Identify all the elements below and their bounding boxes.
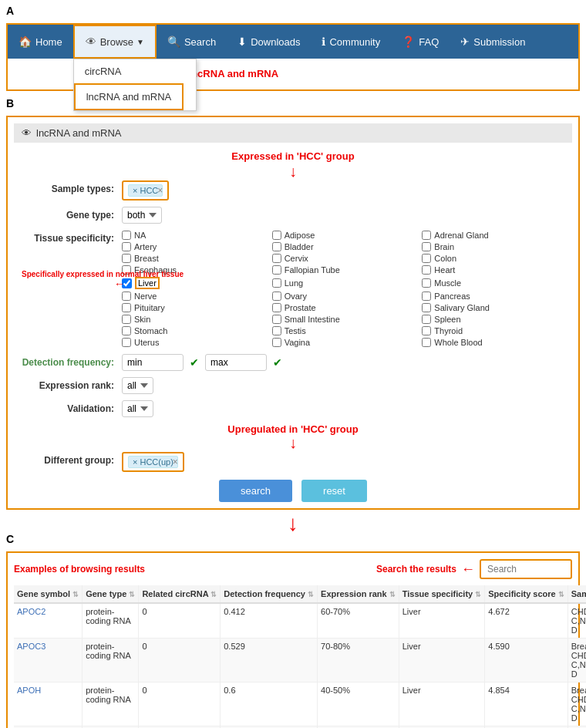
col-related-circrna[interactable]: Related circRNA ⇅ — [139, 585, 221, 603]
col-expression-rank[interactable]: Expression rank ⇅ — [318, 585, 399, 603]
tissue-pituitary[interactable]: Pituitary — [122, 302, 272, 313]
col-specificity-score[interactable]: Specificity score ⇅ — [485, 585, 568, 603]
tissue-small-intestine[interactable]: Small Intestine — [272, 314, 423, 325]
col-gene-symbol[interactable]: Gene symbol ⇅ — [14, 585, 83, 603]
diff-group-control[interactable]: × HCC(up) × — [122, 452, 572, 472]
tissue-na[interactable]: NA — [122, 230, 272, 241]
nav-search[interactable]: 🔍 Search — [157, 25, 227, 59]
browse-button[interactable]: 👁 Browse ▼ — [73, 25, 157, 59]
tissue-bladder-check[interactable] — [272, 242, 281, 251]
tissue-vagina-check[interactable] — [272, 338, 281, 347]
cell-gene-symbol[interactable]: APOH — [14, 682, 83, 726]
tissue-adrenal[interactable]: Adrenal Gland — [422, 230, 572, 241]
tissue-breast[interactable]: Breast — [122, 253, 272, 264]
tissue-spleen-check[interactable] — [422, 315, 431, 324]
tissue-heart-check[interactable] — [422, 265, 431, 275]
tissue-adipose[interactable]: Adipose — [272, 230, 423, 241]
tissue-salivary[interactable]: Salivary Gland — [422, 302, 572, 313]
col-tissue-specificity[interactable]: Tissue specificity ⇅ — [399, 585, 485, 603]
results-search-input[interactable] — [480, 559, 572, 579]
expression-rank-select[interactable]: all — [122, 377, 153, 394]
tissue-pituitary-check[interactable] — [122, 303, 131, 312]
search-button[interactable]: search — [219, 480, 292, 502]
diff-group-tag-input[interactable]: × HCC(up) × — [122, 452, 184, 472]
tissue-fallopian[interactable]: Fallopian Tube — [272, 265, 423, 275]
validation-select[interactable]: all — [122, 400, 153, 417]
col-gene-type[interactable]: Gene type ⇅ — [83, 585, 139, 603]
tissue-muscle-check[interactable] — [422, 278, 431, 288]
tissue-vagina[interactable]: Vagina — [272, 337, 423, 348]
diff-group-close[interactable]: × — [173, 457, 178, 467]
tissue-uterus-check[interactable] — [122, 338, 131, 347]
tissue-liver-row[interactable]: Specifically expressed in normal liver t… — [122, 276, 272, 290]
tissue-salivary-check[interactable] — [422, 303, 431, 312]
tissue-artery-check[interactable] — [122, 242, 131, 251]
browse-dropdown-wrapper[interactable]: 👁 Browse ▼ circRNA lncRNA and mRNA — [73, 25, 157, 59]
tissue-thyroid[interactable]: Thyroid — [422, 325, 572, 336]
nav-faq[interactable]: ❓ FAQ — [391, 25, 450, 59]
reset-button[interactable]: reset — [301, 480, 367, 502]
cell-gene-type: protein-coding RNA — [83, 682, 139, 726]
tissue-small-intestine-check[interactable] — [272, 315, 281, 324]
tissue-pancreas[interactable]: Pancreas — [422, 291, 572, 302]
tissue-uterus[interactable]: Uterus — [122, 337, 272, 348]
sample-tag-input[interactable]: × HCC × — [122, 180, 169, 201]
validation-label: Validation: — [14, 400, 122, 414]
browse-menu-lncrna[interactable]: lncRNA and mRNA — [74, 83, 184, 110]
validation-control[interactable]: all — [122, 400, 572, 417]
tissue-cervix[interactable]: Cervix — [272, 253, 423, 264]
gene-type-control[interactable]: both — [122, 207, 572, 224]
search-box-wrap: Search the results ← — [376, 559, 572, 579]
tissue-fallopian-check[interactable] — [272, 265, 281, 275]
tissue-ovary[interactable]: Ovary — [272, 291, 423, 302]
tissue-stomach[interactable]: Stomach — [122, 325, 272, 336]
tissue-spleen[interactable]: Spleen — [422, 314, 572, 325]
tissue-stomach-check[interactable] — [122, 326, 131, 335]
tissue-cervix-check[interactable] — [272, 254, 281, 263]
tissue-na-check[interactable] — [122, 231, 131, 240]
tissue-prostate-check[interactable] — [272, 303, 281, 312]
detect-min-input[interactable] — [122, 354, 184, 371]
cell-gene-symbol[interactable]: APOC2 — [14, 603, 83, 639]
cell-sample-type: Breast_cancer, CHD,CRC,HC C,Normal,PAA D — [567, 639, 586, 682]
cell-gene-symbol[interactable]: APOC3 — [14, 639, 83, 682]
tissue-thyroid-check[interactable] — [422, 326, 431, 335]
tissue-colon-check[interactable] — [422, 254, 431, 263]
tissue-testis-check[interactable] — [272, 326, 281, 335]
tissue-artery[interactable]: Artery — [122, 241, 272, 252]
detect-max-input[interactable] — [205, 354, 267, 371]
tissue-skin-check[interactable] — [122, 315, 131, 324]
tissue-colon[interactable]: Colon — [422, 253, 572, 264]
tissue-ovary-check[interactable] — [272, 292, 281, 301]
tissue-brain-check[interactable] — [422, 242, 431, 251]
tissue-skin[interactable]: Skin — [122, 314, 272, 325]
tissue-muscle[interactable]: Muscle — [422, 276, 572, 290]
col-sample-type[interactable]: Sample type ⇅ — [567, 585, 586, 603]
tissue-lung[interactable]: Lung — [272, 276, 423, 290]
col-detection-freq[interactable]: Detection frequency ⇅ — [221, 585, 318, 603]
tissue-adrenal-check[interactable] — [422, 231, 431, 240]
gene-type-select[interactable]: both — [122, 207, 162, 224]
tissue-lung-check[interactable] — [272, 278, 281, 288]
tissue-nerve-check[interactable] — [122, 292, 131, 301]
browse-menu-circrna[interactable]: circRNA — [74, 59, 196, 83]
sample-types-control[interactable]: × HCC × — [122, 180, 572, 201]
tissue-bladder[interactable]: Bladder — [272, 241, 423, 252]
tag-input-close[interactable]: × — [157, 185, 163, 196]
cell-related-circrna: 0 — [139, 639, 221, 682]
nav-community[interactable]: ℹ Community — [311, 25, 391, 59]
tissue-adipose-check[interactable] — [272, 231, 281, 240]
tissue-nerve[interactable]: Nerve — [122, 291, 272, 302]
tissue-breast-check[interactable] — [122, 254, 131, 263]
tissue-heart[interactable]: Heart — [422, 265, 572, 275]
tissue-testis[interactable]: Testis — [272, 325, 423, 336]
tissue-pancreas-check[interactable] — [422, 292, 431, 301]
nav-submission[interactable]: ✈ Submission — [450, 25, 536, 59]
tissue-brain[interactable]: Brain — [422, 241, 572, 252]
nav-home[interactable]: 🏠 Home — [8, 25, 73, 59]
tissue-whole-blood-check[interactable] — [422, 338, 431, 347]
tissue-prostate[interactable]: Prostate — [272, 302, 423, 313]
tissue-whole-blood[interactable]: Whole Blood — [422, 337, 572, 348]
expression-rank-control[interactable]: all — [122, 377, 572, 394]
nav-downloads[interactable]: ⬇ Downloads — [227, 25, 311, 59]
